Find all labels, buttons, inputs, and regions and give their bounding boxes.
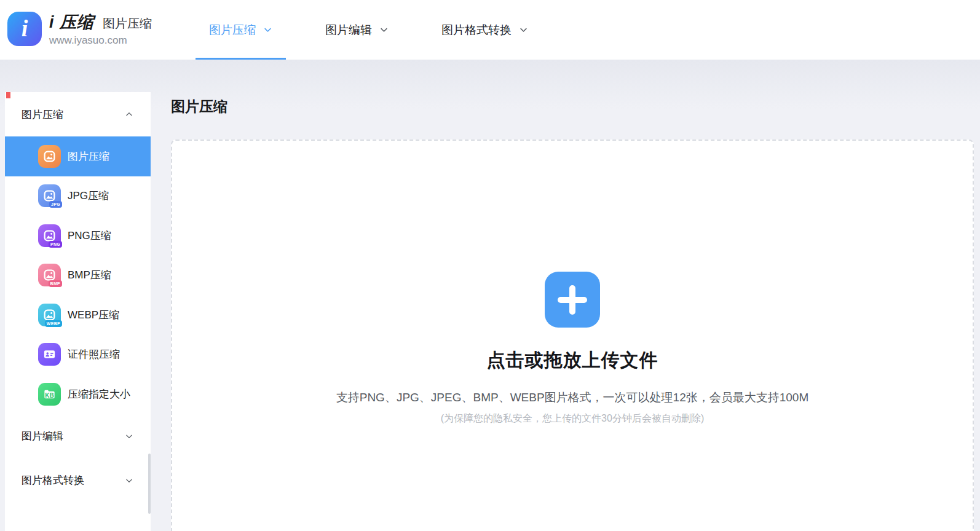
- brand-text: i 压缩 图片压缩 www.iyasuo.com: [49, 11, 152, 47]
- sidebar-section-image-compress[interactable]: 图片压缩: [5, 92, 151, 136]
- sidebar-section-image-edit[interactable]: 图片编辑: [5, 414, 151, 458]
- kb-label: KB: [45, 391, 53, 398]
- sidebar-item-label: 压缩指定大小: [68, 387, 130, 401]
- nav-item-format-convert[interactable]: 图片格式转换: [428, 0, 542, 60]
- sidebar-scrollbar[interactable]: [148, 454, 151, 514]
- brand[interactable]: i i 压缩 图片压缩 www.iyasuo.com: [7, 11, 152, 47]
- logo-letter: i: [22, 17, 28, 40]
- sidebar-item-compress-to-size[interactable]: KB 压缩指定大小: [5, 374, 151, 414]
- size-kb-icon: KB: [38, 383, 61, 406]
- chevron-down-icon: [125, 432, 133, 441]
- brand-title: i 压缩: [49, 11, 94, 33]
- nav-item-image-edit[interactable]: 图片编辑: [312, 0, 402, 60]
- chevron-down-icon: [379, 25, 389, 34]
- sidebar-item-png-compress[interactable]: PNG PNG压缩: [5, 216, 151, 256]
- nav-item-image-compress[interactable]: 图片压缩: [196, 0, 286, 60]
- sidebar-item-label: BMP压缩: [68, 268, 111, 282]
- id-photo-icon: [38, 343, 61, 366]
- nav-label: 图片压缩: [209, 22, 256, 38]
- nav-label: 图片编辑: [325, 22, 372, 38]
- chevron-down-icon: [125, 476, 133, 485]
- format-badge: JPG: [49, 201, 62, 208]
- section-label: 图片压缩: [22, 108, 125, 122]
- nav-label: 图片格式转换: [441, 22, 512, 38]
- sidebar-item-label: 证件照压缩: [68, 347, 120, 361]
- sidebar-item-webp-compress[interactable]: WEBP WEBP压缩: [5, 295, 151, 335]
- page-title: 图片压缩: [171, 97, 227, 116]
- sidebar-section-format-convert[interactable]: 图片格式转换: [5, 458, 151, 503]
- format-badge: PNG: [49, 241, 62, 248]
- webp-icon: WEBP: [38, 304, 61, 326]
- format-badge: WEBP: [45, 320, 62, 327]
- sidebar-item-label: WEBP压缩: [68, 308, 119, 322]
- brand-url: www.iyasuo.com: [49, 34, 152, 47]
- header: i i 压缩 图片压缩 www.iyasuo.com 图片压缩 图片编辑 图片格…: [0, 0, 980, 60]
- sidebar-item-label: 图片压缩: [68, 149, 109, 163]
- active-tab-underline: [196, 58, 286, 60]
- sidebar-item-label: JPG压缩: [68, 189, 109, 203]
- upload-heading: 点击或拖放上传文件: [487, 348, 658, 373]
- image-compress-icon: [38, 145, 61, 168]
- sidebar: 图片压缩 图片压缩 JPG JPG压缩 PNG PNG压缩 BMP BMP压缩: [5, 92, 151, 531]
- sidebar-item-label: PNG压缩: [68, 229, 111, 243]
- format-badge: BMP: [49, 280, 62, 287]
- chevron-down-icon: [263, 25, 272, 34]
- sidebar-item-image-compress[interactable]: 图片压缩: [5, 136, 151, 176]
- bmp-icon: BMP: [38, 264, 61, 286]
- plus-icon[interactable]: [545, 272, 600, 328]
- upload-support-text: 支持PNG、JPG、JPEG、BMP、WEBP图片格式，一次可以处理12张，会员…: [336, 390, 809, 406]
- plus-bar-vertical: [569, 285, 575, 315]
- chevron-down-icon: [519, 25, 528, 34]
- main-nav: 图片压缩 图片编辑 图片格式转换: [196, 0, 542, 60]
- section-label: 图片编辑: [22, 429, 125, 443]
- upload-privacy-note: (为保障您的隐私安全，您上传的文件30分钟后会被自动删除): [441, 412, 704, 425]
- chevron-up-icon: [125, 110, 133, 119]
- app-logo-icon: i: [7, 12, 42, 46]
- upload-dropzone[interactable]: 点击或拖放上传文件 支持PNG、JPG、JPEG、BMP、WEBP图片格式，一次…: [171, 140, 974, 531]
- sidebar-item-jpg-compress[interactable]: JPG JPG压缩: [5, 176, 151, 216]
- section-label: 图片格式转换: [22, 473, 125, 487]
- sidebar-item-bmp-compress[interactable]: BMP BMP压缩: [5, 256, 151, 296]
- brand-subtitle: 图片压缩: [103, 15, 152, 32]
- png-icon: PNG: [38, 224, 61, 247]
- sidebar-item-id-photo-compress[interactable]: 证件照压缩: [5, 335, 151, 375]
- sidebar-top-marker: [6, 92, 10, 98]
- jpg-icon: JPG: [38, 184, 61, 207]
